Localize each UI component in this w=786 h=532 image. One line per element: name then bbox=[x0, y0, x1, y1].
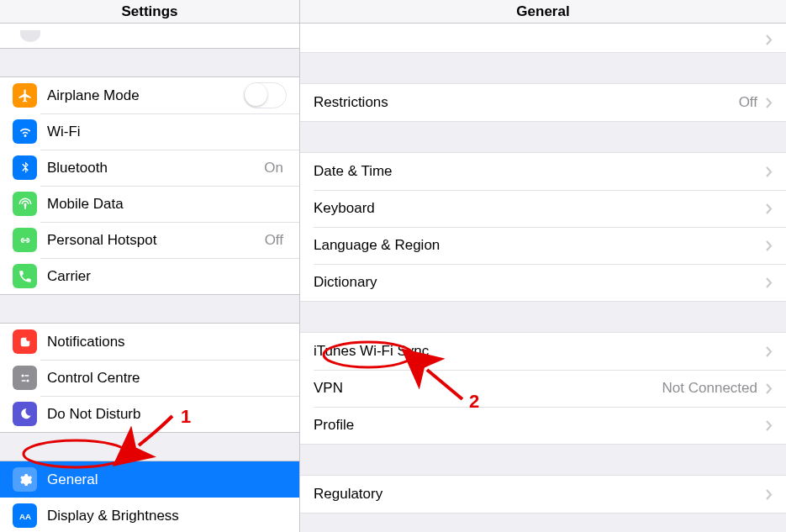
sidebar-group-2: Notifications Control Centre Do Not Dist… bbox=[0, 323, 299, 433]
restrictions-label: Restrictions bbox=[314, 94, 739, 111]
control-centre-icon bbox=[13, 366, 37, 390]
sidebar-scroll[interactable]: Airplane Mode Wi-Fi Bluetooth On bbox=[0, 24, 299, 532]
detail-title: General bbox=[300, 0, 786, 24]
row-restrictions[interactable]: Restrictions Off bbox=[300, 84, 786, 121]
bluetooth-icon bbox=[13, 155, 37, 180]
sidebar-item-personal-hotspot[interactable]: Personal Hotspot Off bbox=[0, 222, 299, 258]
sidebar-title: Settings bbox=[0, 0, 299, 24]
hotspot-icon bbox=[13, 228, 37, 252]
app-window: Settings Airplane Mode Wi bbox=[0, 0, 786, 532]
chevron-right-icon bbox=[766, 277, 773, 288]
chevron-right-icon bbox=[766, 203, 773, 214]
user-account-row-partial[interactable] bbox=[0, 24, 299, 49]
sidebar-item-mobile-data[interactable]: Mobile Data bbox=[0, 186, 299, 222]
svg-point-1 bbox=[26, 336, 30, 340]
general-label: General bbox=[47, 471, 287, 488]
antenna-icon bbox=[13, 192, 37, 216]
chevron-right-icon bbox=[766, 346, 773, 357]
display-icon: AA bbox=[13, 503, 37, 528]
moon-icon bbox=[13, 402, 37, 426]
airplane-icon bbox=[13, 83, 37, 108]
hotspot-value: Off bbox=[265, 232, 283, 249]
chevron-right-icon bbox=[766, 383, 773, 394]
row-dictionary[interactable]: Dictionary bbox=[300, 264, 786, 301]
carrier-label: Carrier bbox=[47, 268, 283, 285]
group-background-refresh bbox=[300, 24, 786, 53]
settings-sidebar: Settings Airplane Mode Wi bbox=[0, 0, 300, 532]
svg-rect-5 bbox=[21, 380, 25, 382]
sidebar-item-carrier[interactable]: Carrier bbox=[0, 258, 299, 294]
bluetooth-label: Bluetooth bbox=[47, 160, 264, 176]
detail-panel: General Restrictions Off Date & Time bbox=[300, 0, 786, 532]
sidebar-item-control-centre[interactable]: Control Centre bbox=[0, 360, 299, 396]
row-regulatory[interactable]: Regulatory bbox=[300, 476, 786, 513]
svg-point-4 bbox=[26, 379, 29, 382]
sidebar-item-notifications[interactable]: Notifications bbox=[0, 324, 299, 360]
sidebar-item-general[interactable]: General bbox=[0, 461, 299, 498]
chevron-right-icon bbox=[766, 240, 773, 251]
dnd-label: Do Not Disturb bbox=[47, 406, 287, 423]
phone-icon bbox=[13, 264, 37, 288]
row-background-app-refresh[interactable] bbox=[300, 24, 786, 52]
mobile-data-label: Mobile Data bbox=[47, 196, 287, 213]
group-restrictions: Restrictions Off bbox=[300, 83, 786, 122]
avatar-icon bbox=[20, 30, 40, 42]
sidebar-item-airplane-mode[interactable]: Airplane Mode bbox=[0, 77, 299, 113]
svg-point-2 bbox=[21, 374, 24, 377]
restrictions-value: Off bbox=[739, 94, 757, 111]
sidebar-item-display-brightness[interactable]: AA Display & Brightness bbox=[0, 498, 299, 532]
row-profile[interactable]: Profile bbox=[300, 407, 786, 444]
chevron-right-icon bbox=[766, 97, 773, 108]
chevron-right-icon bbox=[766, 166, 773, 177]
airplane-toggle[interactable] bbox=[244, 82, 287, 108]
gear-icon bbox=[13, 467, 37, 492]
notifications-icon bbox=[13, 329, 37, 354]
svg-text:AA: AA bbox=[18, 511, 30, 520]
row-keyboard[interactable]: Keyboard bbox=[300, 190, 786, 227]
control-centre-label: Control Centre bbox=[47, 370, 287, 387]
chevron-right-icon bbox=[766, 489, 773, 500]
wifi-label: Wi-Fi bbox=[47, 124, 283, 140]
display-label: Display & Brightness bbox=[47, 508, 287, 524]
row-date-time[interactable]: Date & Time bbox=[300, 153, 786, 190]
group-datetime: Date & Time Keyboard Language & Region D… bbox=[300, 152, 786, 302]
sidebar-group-3: General AA Display & Brightness Wallpape… bbox=[0, 461, 299, 532]
sidebar-item-bluetooth[interactable]: Bluetooth On bbox=[0, 150, 299, 186]
sidebar-item-do-not-disturb[interactable]: Do Not Disturb bbox=[0, 396, 299, 432]
group-regulatory: Regulatory bbox=[300, 475, 786, 514]
row-language-region[interactable]: Language & Region bbox=[300, 227, 786, 264]
row-vpn[interactable]: VPN Not Connected bbox=[300, 370, 786, 407]
chevron-right-icon bbox=[766, 420, 773, 431]
bluetooth-value: On bbox=[264, 160, 283, 176]
svg-rect-3 bbox=[24, 375, 29, 377]
sidebar-group-1: Airplane Mode Wi-Fi Bluetooth On bbox=[0, 76, 299, 295]
chevron-right-icon bbox=[766, 34, 773, 45]
hotspot-label: Personal Hotspot bbox=[47, 232, 265, 249]
airplane-label: Airplane Mode bbox=[47, 87, 244, 104]
notifications-label: Notifications bbox=[47, 334, 287, 350]
vpn-value: Not Connected bbox=[662, 380, 757, 397]
wifi-icon bbox=[13, 119, 37, 144]
detail-scroll[interactable]: Restrictions Off Date & Time Keyboard La… bbox=[300, 24, 786, 532]
group-itunes-vpn: iTunes Wi-Fi Sync VPN Not Connected Prof… bbox=[300, 332, 786, 445]
row-itunes-wifi-sync[interactable]: iTunes Wi-Fi Sync bbox=[300, 333, 786, 370]
sidebar-item-wifi[interactable]: Wi-Fi bbox=[0, 113, 299, 150]
